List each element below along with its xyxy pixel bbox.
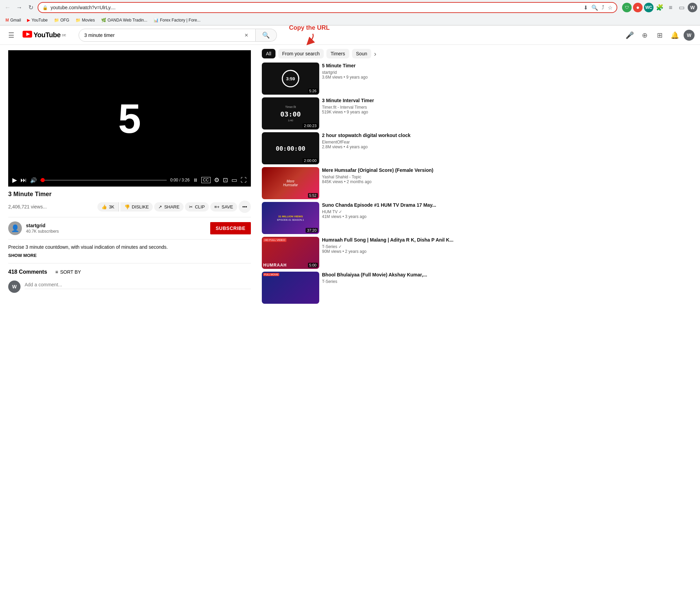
download-icon[interactable]: ⬇ [584,4,588,11]
oanda-icon: 🌿 [101,18,106,23]
bookmark-youtube[interactable]: ▶ YouTube [24,17,50,23]
fullscreen-button[interactable]: ⛶ [241,177,247,184]
bookmarks-bar: M Gmail ▶ YouTube 📁 OFG 📁 Movies 🌿 OANDA… [0,15,700,25]
sidebar-title-6: Bhool Bhulaiyaa (Full Movie) Akshay Kuma… [322,272,695,278]
youtube-logo[interactable]: YouTubeDE [23,31,66,40]
pause-button[interactable]: ⏸ [193,177,198,183]
chip-from-search[interactable]: From your search [278,49,324,59]
sidebar-video-2[interactable]: 00:00:00 2:00:00 2 hour stopwatch digita… [262,132,695,164]
sidebar-thumb-6: FULL MOVIE [262,272,319,304]
ext-shield[interactable]: 🛡 [622,3,632,12]
create-icon[interactable]: ⊕ [638,29,651,41]
miniplayer-button[interactable]: ⊡ [223,176,228,184]
channel-info: startgrid 40.7K subscribers [26,223,210,234]
sidebar-info-4: Suno Chanda Episode #1 HUM TV Drama 17 M… [322,202,695,234]
chip-soun[interactable]: Soun [352,49,372,59]
search-clear-icon[interactable]: ✕ [245,33,249,38]
sidebar-info-2: 2 hour stopwatch digital workout clock E… [322,132,695,164]
bookmark-movies[interactable]: 📁 Movies [73,17,98,23]
red-arrow-icon [302,32,316,46]
search-input[interactable] [85,33,245,38]
forward-button[interactable]: → [14,3,24,12]
video-meta: 2,406,721 views... 👍 3K 👎 DISLIKE ↗ SHAR… [8,201,251,217]
subscribe-button[interactable]: SUBSCRIBE [210,222,251,234]
mic-icon[interactable]: 🎤 [623,29,636,41]
ext-rectangle[interactable]: ▭ [677,3,686,12]
sort-icon: ≡ [55,269,58,275]
comments-count: 418 Comments [8,269,47,275]
comments-section: 418 Comments ≡ SORT BY W [8,263,251,293]
zoom-icon[interactable]: 🔍 [591,4,598,11]
thumb-text-5: HUMRAAH [263,263,287,267]
thumb-subtitle-1: 1/40 [288,119,293,122]
dislike-button[interactable]: 👎 DISLIKE [120,202,153,212]
hd-badge: HD FULL VIDEO [263,238,286,242]
channel-name[interactable]: startgrid [26,223,210,228]
full-movie-badge: FULL MOVIE [263,273,279,276]
back-button[interactable]: ← [3,3,12,12]
address-bar[interactable]: 🔒 youtube.com/watch?v=UlrLy.... ⬇ 🔍 ⤴ ☆ [38,2,617,13]
clip-button[interactable]: ✂ CLIP [185,202,209,212]
bookmark-forex[interactable]: 📊 Forex Factory | Fore... [151,17,203,23]
ext-wc[interactable]: WC [644,3,653,12]
address-bar-icons: ⬇ 🔍 ⤴ ☆ [584,4,612,11]
star-icon[interactable]: ☆ [608,4,612,11]
sidebar-title-4: Suno Chanda Episode #1 HUM TV Drama 17 M… [322,202,695,208]
show-more-button[interactable]: SHOW MORE [8,252,251,259]
save-icon: ≡+ [214,204,220,210]
chip-timers[interactable]: Timers [326,49,349,59]
settings-button[interactable]: ⚙ [214,176,220,184]
ext-list[interactable]: ≡ [666,3,675,12]
sidebar-meta-1: 519K views • 9 years ago [322,110,695,114]
save-button[interactable]: ≡+ SAVE [210,202,237,212]
progress-bar[interactable] [40,180,167,181]
sidebar-channel-2: ElementOfFear [322,140,695,145]
grid-icon[interactable]: ⊞ [653,29,666,41]
sidebar-video-5[interactable]: HUMRAAH HD FULL VIDEO 5:00 Humraah Full … [262,237,695,269]
stopwatch-text-2: 00:00:00 [276,145,305,152]
ext-red[interactable]: ● [633,3,642,12]
share-icon[interactable]: ⤴ [602,4,604,11]
comment-input[interactable] [25,280,251,289]
video-player[interactable]: 5 ▶ ⏭ 🔊 0:00 / 3:26 ⏸ CC ⚙ ⊡ ▭ ⛶ [8,50,251,187]
reload-button[interactable]: ↻ [26,3,36,12]
hamburger-menu[interactable]: ☰ [5,28,17,42]
duration-1: 2:00:23 [302,123,318,128]
sidebar-video-3[interactable]: MereHumsafar 5:52 Mere Humsafar (Origina… [262,167,695,199]
chip-all[interactable]: All [262,49,275,59]
share-button[interactable]: ↗ SHARE [154,202,184,212]
youtube-logo-text: YouTube [34,31,61,39]
sidebar-video-1[interactable]: Timer.fit 03:00 1/40 2:00:23 3 Minute In… [262,97,695,129]
bookmark-gmail[interactable]: M Gmail [3,17,24,23]
user-avatar[interactable]: W [684,30,695,41]
sidebar-thumb-0: 3:59 5:26 [262,63,319,95]
thumb-content-6: FULL MOVIE [262,272,319,304]
chips-more-icon[interactable]: › [374,50,376,58]
theater-button[interactable]: ▭ [232,176,237,184]
profile-avatar-browser[interactable]: W [688,3,697,12]
bookmark-ofg[interactable]: 📁 OFG [51,17,72,23]
sort-button[interactable]: ≡ SORT BY [55,269,81,275]
sidebar-channel-3: Yashal Shahid - Topic [322,175,695,179]
like-button[interactable]: 👍 3K [97,202,119,212]
play-button[interactable]: ▶ [12,176,17,184]
ext-puzzle[interactable]: 🧩 [655,3,664,12]
dislike-label: DISLIKE [132,204,149,210]
sidebar-info-6: Bhool Bhulaiyaa (Full Movie) Akshay Kuma… [322,272,695,304]
search-button[interactable]: 🔍 [256,29,277,42]
copy-url-annotation: Copy the URL [289,24,330,46]
sidebar-meta-4: 41M views • 3 years ago [322,214,695,219]
duration-2: 2:00:00 [302,158,318,163]
header-right: 🎤 ⊕ ⊞ 🔔 W [623,29,695,41]
bell-icon[interactable]: 🔔 [668,29,681,41]
next-button[interactable]: ⏭ [21,177,27,184]
channel-avatar[interactable]: 👤 [8,222,22,235]
more-options-button[interactable]: ••• [239,201,251,213]
volume-button[interactable]: 🔊 [30,177,37,184]
sidebar-video-4[interactable]: 31 MILLION VIEWS EPISODE-01 SEASON-1 37:… [262,202,695,234]
cc-button[interactable]: CC [201,177,211,183]
sidebar-video-0[interactable]: 3:59 5:26 5 Minute Timer startgrid 3.6M … [262,63,695,95]
sidebar-video-6[interactable]: FULL MOVIE Bhool Bhulaiyaa (Full Movie) … [262,272,695,304]
video-number-display: 5 [118,95,141,142]
bookmark-oanda[interactable]: 🌿 OANDA Web Tradin... [98,17,150,23]
